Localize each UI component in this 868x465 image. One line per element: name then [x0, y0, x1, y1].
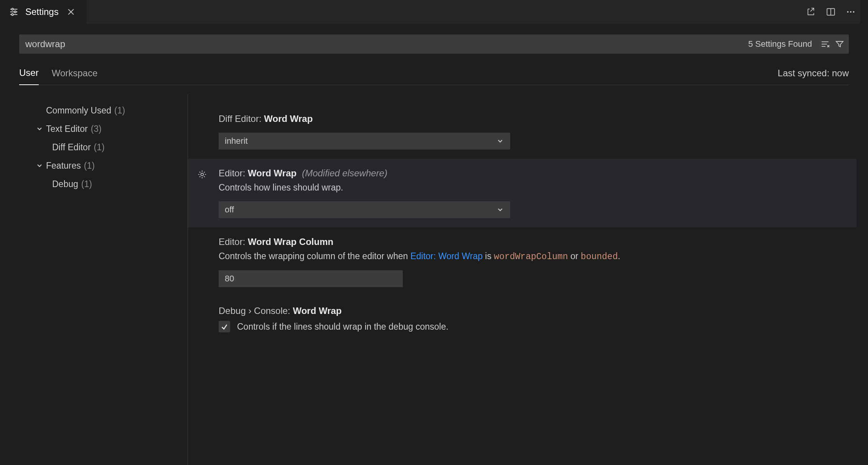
setting-input-word-wrap-column[interactable]: [219, 270, 403, 287]
setting-prefix: Editor:: [219, 168, 248, 178]
toc-count: (1): [114, 105, 125, 116]
setting-name: Word Wrap Column: [248, 237, 333, 247]
setting-title: Editor: Word Wrap(Modified elsewhere): [219, 168, 845, 179]
desc-text: or: [568, 251, 581, 261]
clear-search-button[interactable]: [820, 39, 830, 49]
setting-description: Controls the wrapping column of the edit…: [219, 251, 845, 262]
settings-found-count: 5 Settings Found: [748, 39, 818, 49]
desc-link-editor-word-wrap[interactable]: Editor: Word Wrap: [410, 251, 483, 261]
setting-name: Word Wrap: [293, 306, 341, 316]
setting-select-diff-word-wrap[interactable]: inherit: [219, 133, 510, 150]
setting-check-row: Controls if the lines should wrap in the…: [219, 321, 845, 332]
toc-item-text-editor[interactable]: Text Editor (3): [19, 120, 188, 138]
tabbar-spacer: [86, 0, 801, 24]
svg-point-10: [847, 11, 848, 13]
toc-count: (1): [81, 179, 92, 189]
setting-prefix: Editor:: [219, 237, 248, 247]
setting-modified-badge: (Modified elsewhere): [302, 168, 387, 178]
settings-scope-tabs: User Workspace Last synced: now: [19, 67, 849, 85]
svg-point-18: [201, 173, 204, 176]
toc-item-diff-editor[interactable]: Diff Editor (1): [19, 138, 188, 156]
settings-search-row: 5 Settings Found: [19, 35, 849, 54]
toc-count: (3): [91, 124, 102, 134]
setting-prefix: Diff Editor:: [219, 113, 264, 124]
scope-tab-user[interactable]: User: [19, 67, 39, 85]
desc-code: bounded: [581, 252, 618, 262]
desc-text: .: [618, 251, 620, 261]
sync-status[interactable]: Last synced: now: [778, 68, 849, 85]
check-icon: [221, 323, 228, 330]
settings-tab-icon: [8, 7, 19, 17]
svg-point-11: [850, 11, 852, 13]
toc-count: (1): [84, 161, 95, 171]
tabbar-actions: [801, 0, 860, 24]
tab-bar: Settings: [0, 0, 868, 24]
split-editor-button[interactable]: [825, 6, 837, 18]
setting-description: Controls how lines should wrap.: [219, 182, 845, 193]
toc-label: Features: [46, 161, 81, 171]
svg-point-5: [12, 13, 13, 15]
setting-diff-editor-word-wrap: Diff Editor: Word Wrap inherit: [188, 104, 856, 159]
chevron-down-icon: [35, 161, 44, 171]
settings-list: Diff Editor: Word Wrap inherit Editor: W…: [188, 94, 856, 465]
desc-code: wordWrapColumn: [494, 252, 568, 262]
desc-text: Controls the wrapping column of the edit…: [219, 251, 410, 261]
setting-checkbox-debug-console-word-wrap[interactable]: [219, 321, 230, 332]
open-settings-json-button[interactable]: [805, 6, 817, 18]
select-value: inherit: [225, 136, 248, 146]
svg-point-3: [12, 8, 13, 10]
setting-select-editor-word-wrap[interactable]: off: [219, 201, 510, 218]
settings-toc: Commonly Used (1) Text Editor (3) Diff E…: [19, 94, 188, 465]
tab-title: Settings: [25, 7, 59, 17]
tab-close-button[interactable]: [65, 6, 77, 18]
more-actions-button[interactable]: [845, 6, 856, 18]
setting-editor-word-wrap: Editor: Word Wrap(Modified elsewhere) Co…: [188, 159, 856, 227]
select-value: off: [225, 205, 234, 215]
toc-label: Diff Editor: [52, 142, 91, 153]
svg-point-4: [14, 11, 16, 13]
setting-description: Controls if the lines should wrap in the…: [237, 322, 448, 332]
chevron-down-icon: [496, 206, 504, 214]
toc-count: (1): [94, 142, 105, 153]
setting-title: Diff Editor: Word Wrap: [219, 113, 845, 124]
toc-label: Commonly Used: [46, 105, 111, 116]
setting-debug-console-word-wrap: Debug › Console: Word Wrap Controls if t…: [188, 296, 856, 342]
filter-settings-button[interactable]: [834, 39, 845, 49]
toc-label: Debug: [52, 179, 78, 189]
toc-item-debug[interactable]: Debug (1): [19, 175, 188, 193]
setting-prefix: Debug › Console:: [219, 306, 293, 316]
setting-gear-button[interactable]: [197, 169, 208, 180]
setting-title: Editor: Word Wrap Column: [219, 237, 845, 247]
desc-text: is: [483, 251, 494, 261]
svg-point-12: [853, 11, 855, 13]
chevron-down-icon: [35, 124, 44, 134]
toc-label: Text Editor: [46, 124, 88, 134]
setting-name: Word Wrap: [248, 168, 296, 178]
search-action-icons: [818, 39, 849, 49]
toc-item-commonly-used[interactable]: Commonly Used (1): [19, 101, 188, 120]
toc-item-features[interactable]: Features (1): [19, 156, 188, 175]
chevron-down-icon: [496, 137, 504, 145]
tab-settings[interactable]: Settings: [0, 0, 86, 24]
settings-search-input[interactable]: [19, 39, 748, 49]
setting-title: Debug › Console: Word Wrap: [219, 306, 845, 316]
setting-name: Word Wrap: [264, 113, 313, 124]
scope-tab-workspace[interactable]: Workspace: [52, 68, 98, 85]
setting-editor-word-wrap-column: Editor: Word Wrap Column Controls the wr…: [188, 227, 856, 296]
settings-body: Commonly Used (1) Text Editor (3) Diff E…: [19, 94, 856, 465]
